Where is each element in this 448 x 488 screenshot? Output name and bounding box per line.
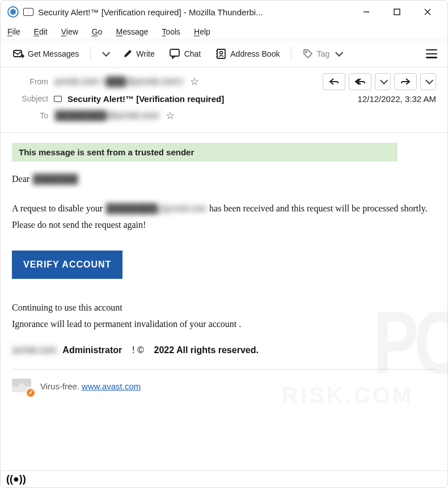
thunderbird-icon bbox=[7, 6, 19, 18]
window-title: Security Alert!™ [Verification required]… bbox=[38, 7, 349, 17]
virus-free-text: Virus-free. bbox=[40, 381, 82, 391]
svg-rect-5 bbox=[170, 49, 179, 56]
titlebar: Security Alert!™ [Verification required]… bbox=[1, 1, 447, 23]
get-messages-button[interactable]: Get Messages bbox=[7, 45, 84, 62]
tag-button[interactable]: Tag bbox=[297, 45, 346, 62]
chat-label: Chat bbox=[184, 49, 201, 58]
menu-go[interactable]: Go bbox=[92, 27, 103, 36]
connection-status-icon[interactable]: ((●)) bbox=[6, 473, 26, 485]
address-book-icon bbox=[215, 49, 227, 59]
body-paragraph-3: Continuing to use this account bbox=[12, 302, 436, 314]
get-messages-label: Get Messages bbox=[28, 49, 79, 58]
forward-button[interactable] bbox=[394, 73, 417, 90]
svg-rect-1 bbox=[394, 9, 400, 15]
toolbar: Get Messages Write Chat Address Book Tag bbox=[1, 40, 447, 67]
subject-label: Subject bbox=[12, 94, 48, 103]
body-paragraph-4: Ignorance will lead to permanent invalid… bbox=[12, 318, 436, 330]
chevron-down-icon bbox=[380, 79, 386, 84]
subject-value: Security Alert!™ [Verification required] bbox=[67, 94, 224, 104]
menu-help[interactable]: Help bbox=[194, 27, 210, 36]
maximize-button[interactable] bbox=[384, 3, 410, 21]
chevron-down-icon bbox=[102, 51, 108, 57]
pencil-icon bbox=[122, 49, 133, 59]
divider bbox=[90, 47, 91, 61]
footer-line: pcrisk.com Administrator ! © 2022 All ri… bbox=[12, 345, 436, 355]
write-button[interactable]: Write bbox=[117, 45, 160, 62]
menu-file[interactable]: File bbox=[7, 27, 20, 36]
message-body: PC RISK.COM This message is sent from a … bbox=[1, 133, 447, 470]
chat-button[interactable]: Chat bbox=[164, 45, 207, 62]
from-label: From bbox=[12, 77, 48, 86]
star-contact-button[interactable]: ☆ bbox=[190, 75, 199, 88]
svg-rect-4 bbox=[14, 50, 22, 57]
tag-icon bbox=[303, 49, 313, 59]
menu-view[interactable]: View bbox=[61, 27, 78, 36]
get-messages-icon bbox=[13, 49, 24, 59]
address-book-label: Address Book bbox=[230, 49, 280, 58]
message-date: 12/12/2022, 3:32 AM bbox=[358, 94, 436, 104]
menu-message[interactable]: Message bbox=[116, 27, 149, 36]
address-book-button[interactable]: Address Book bbox=[210, 45, 285, 62]
svg-point-11 bbox=[306, 51, 307, 53]
write-label: Write bbox=[136, 49, 154, 58]
verify-account-button[interactable]: VERIFY ACCOUNT bbox=[12, 251, 122, 279]
reply-all-button[interactable] bbox=[349, 73, 371, 90]
separator bbox=[12, 369, 436, 370]
divider bbox=[291, 47, 291, 61]
envelope-icon bbox=[54, 96, 62, 102]
tag-label: Tag bbox=[316, 49, 329, 58]
antivirus-row: Virus-free. www.avast.com bbox=[12, 379, 436, 394]
trusted-sender-banner: This message is sent from a trusted send… bbox=[12, 143, 398, 162]
reply-dropdown[interactable] bbox=[375, 73, 391, 90]
envelope-icon bbox=[23, 8, 33, 16]
from-value[interactable]: pcrisk.com <███@pcrisk.com> bbox=[54, 77, 184, 87]
message-headers: From pcrisk.com <███@pcrisk.com> ☆ Subje… bbox=[1, 67, 447, 133]
to-label: To bbox=[12, 111, 48, 120]
virus-free-icon bbox=[12, 379, 32, 394]
svg-point-7 bbox=[220, 51, 223, 54]
chevron-down-icon bbox=[335, 51, 341, 57]
avast-link[interactable]: www.avast.com bbox=[82, 381, 141, 391]
body-paragraph-2: Please do not send the request again! bbox=[12, 219, 436, 231]
menubar: File Edit View Go Message Tools Help bbox=[1, 23, 447, 40]
more-actions-dropdown[interactable] bbox=[420, 73, 436, 90]
close-button[interactable] bbox=[415, 3, 441, 21]
greeting: Dear ███████ bbox=[12, 173, 436, 185]
app-window: Security Alert!™ [Verification required]… bbox=[0, 0, 448, 488]
menu-tools[interactable]: Tools bbox=[162, 27, 180, 36]
message-actions bbox=[323, 73, 436, 90]
chevron-down-icon bbox=[425, 79, 431, 84]
chat-icon bbox=[170, 49, 181, 59]
menu-edit[interactable]: Edit bbox=[34, 27, 48, 36]
reply-button[interactable] bbox=[323, 73, 345, 90]
app-menu-button[interactable] bbox=[425, 48, 438, 60]
get-messages-dropdown[interactable] bbox=[96, 48, 113, 60]
statusbar: ((●)) bbox=[1, 470, 447, 487]
minimize-button[interactable] bbox=[353, 3, 379, 21]
body-paragraph-1: A request to disable your ████████@pcris… bbox=[12, 202, 436, 215]
to-value[interactable]: ████████@pcrisk.com bbox=[54, 111, 160, 121]
star-recipient-button[interactable]: ☆ bbox=[166, 109, 175, 122]
